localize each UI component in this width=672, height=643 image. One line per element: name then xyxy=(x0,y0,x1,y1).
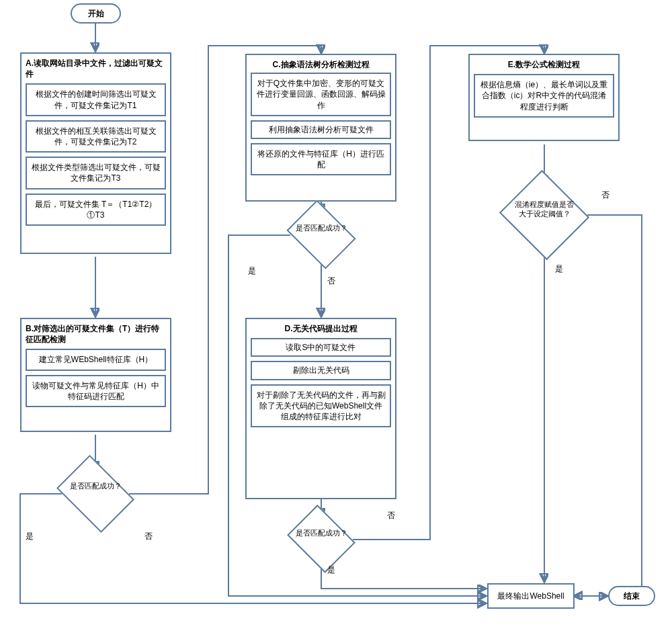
start-terminal: 开始 xyxy=(71,3,121,24)
step-b1: 建立常见WEbShell特征库（H） xyxy=(26,349,166,370)
step-a4: 最后，可疑文件集 T＝（T1②T2）①T3 xyxy=(26,194,166,226)
decision-e-text: 混淆程度赋值是否大于设定阈值？ xyxy=(511,200,577,219)
step-d2: 剔除出无关代码 xyxy=(251,361,391,380)
decision-c xyxy=(286,200,355,269)
group-b: B.对筛选出的可疑文件集（T）进行特征匹配检测 建立常见WEbShell特征库（… xyxy=(20,318,171,432)
label-d-yes: 是 xyxy=(327,564,335,576)
decision-c-text: 是否匹配成功？ xyxy=(294,223,348,233)
group-a: A.读取网站目录中文件，过滤出可疑文件 根据文件的创建时间筛选出可疑文件，可疑文… xyxy=(20,52,171,254)
output-box: 最终输出WebShell xyxy=(487,583,575,609)
group-b-title: B.对筛选出的可疑文件集（T）进行特征匹配检测 xyxy=(26,323,166,345)
step-c3: 将还原的文件与特征库（H）进行匹配 xyxy=(251,143,391,175)
step-d3: 对于剔除了无关代码的文件，再与剔除了无关代码的已知WebShell文件组成的特征… xyxy=(251,384,391,428)
label-b-no: 否 xyxy=(144,531,153,542)
group-c-title: C.抽象语法树分析检测过程 xyxy=(251,59,391,70)
decision-d xyxy=(287,505,355,573)
decision-b xyxy=(56,455,134,533)
label-e-yes: 是 xyxy=(555,263,563,275)
group-e: E.数学公式检测过程 根据信息熵（ie）、最长单词以及重合指数（ic）对R中文件… xyxy=(468,54,620,141)
start-label: 开始 xyxy=(88,8,104,19)
end-label: 结束 xyxy=(624,591,640,602)
decision-b-text: 是否匹配成功？ xyxy=(65,481,126,491)
step-c2: 利用抽象语法树分析可疑文件 xyxy=(251,120,391,139)
step-c1: 对于Q文件集中加密、变形的可疑文件进行变量回源、函数回源、解码操作 xyxy=(251,73,391,116)
step-e1: 根据信息熵（ie）、最长单词以及重合指数（ic）对R中文件的代码混淆程度进行判断 xyxy=(474,74,614,118)
group-d: D.无关代码提出过程 读取S中的可疑文件 剔除出无关代码 对于剔除了无关代码的文… xyxy=(245,318,396,499)
step-a3: 根据文件类型筛选出可疑文件，可疑文件集记为T3 xyxy=(26,157,166,189)
group-d-title: D.无关代码提出过程 xyxy=(251,323,391,334)
group-e-title: E.数学公式检测过程 xyxy=(474,59,614,70)
label-c-yes: 是 xyxy=(248,265,256,277)
label-c-no: 否 xyxy=(327,275,335,287)
group-a-title: A.读取网站目录中文件，过滤出可疑文件 xyxy=(26,58,166,79)
decision-d-text: 是否匹配成功？ xyxy=(294,528,348,538)
output-text: 最终输出WebShell xyxy=(497,591,564,601)
step-b2: 读物可疑文件与常见特征库（H）中特征码进行匹配 xyxy=(26,375,166,407)
step-d1: 读取S中的可疑文件 xyxy=(251,338,391,357)
label-d-no: 否 xyxy=(387,510,395,521)
label-e-no: 否 xyxy=(601,189,610,201)
group-c: C.抽象语法树分析检测过程 对于Q文件集中加密、变形的可疑文件进行变量回源、函数… xyxy=(245,54,396,202)
step-a1: 根据文件的创建时间筛选出可疑文件，可疑文件集记为T1 xyxy=(26,83,166,116)
label-b-yes: 是 xyxy=(26,531,34,542)
step-a2: 根据文件的相互关联筛选出可疑文件，可疑文件集记为T2 xyxy=(26,120,166,153)
end-terminal: 结束 xyxy=(608,586,655,606)
